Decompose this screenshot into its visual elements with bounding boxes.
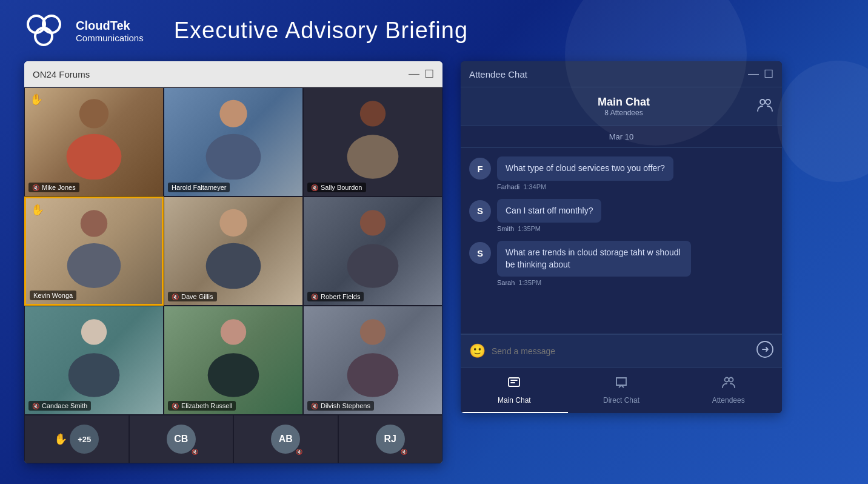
direct-chat-tab-icon — [614, 375, 629, 394]
svg-point-3 — [79, 99, 109, 128]
name-tag-mike-jones: 🔇 Mike Jones — [28, 183, 79, 192]
mute-icon-robert: 🔇 — [311, 294, 318, 300]
video-cell-sally[interactable]: 🔇 Sally Bourdon — [303, 87, 442, 197]
msg-avatar-s2: S — [469, 242, 491, 264]
msg-avatar-f: F — [469, 158, 491, 180]
msg-bubble-2: Can I start off monthly? — [497, 199, 601, 223]
chat-message-3: S What are trends in cloud storage taht … — [469, 241, 773, 286]
svg-point-20 — [347, 353, 399, 397]
emoji-button[interactable]: 🙂 — [469, 343, 486, 359]
svg-point-22 — [766, 99, 770, 104]
mute-icon: 🔇 — [32, 184, 39, 191]
name-tag-harold: Harold Faltameyer — [168, 183, 230, 192]
brand-text: CloudTek Communications — [76, 18, 144, 43]
send-button[interactable] — [756, 341, 773, 361]
mute-icon-dilvish: 🔇 — [311, 403, 318, 409]
avatar-cell-overflow[interactable]: ✋ +25 — [24, 415, 129, 463]
mute-icon-dave: 🔇 — [172, 294, 179, 300]
svg-point-8 — [347, 135, 399, 179]
attendee-count: 8 Attendees — [598, 109, 650, 117]
svg-point-21 — [760, 99, 765, 104]
msg-bubble-1: What type of cloud services two you offe… — [497, 156, 673, 181]
svg-point-9 — [81, 210, 107, 237]
chat-window-controls: — ☐ — [748, 67, 773, 81]
svg-point-14 — [347, 244, 399, 288]
svg-point-7 — [360, 101, 386, 126]
date-divider: Mar 10 — [461, 126, 782, 148]
attendees-tab-icon — [721, 375, 736, 394]
msg-meta-2: Smith 1:35PM — [497, 225, 601, 232]
video-cell-elizabeth[interactable]: 🔇 Elizabeth Russell — [164, 306, 303, 415]
msg-time-3: 1:35PM — [518, 279, 541, 286]
name-tag-dave: 🔇 Dave Gillis — [168, 292, 217, 301]
chat-message-2: S Can I start off monthly? Smith 1:35PM — [469, 199, 773, 233]
name-tag-elizabeth: 🔇 Elizabeth Russell — [168, 401, 236, 411]
chat-messages: F What type of cloud services two you of… — [461, 148, 782, 334]
message-input[interactable] — [492, 346, 750, 356]
msg-content-2: Can I start off monthly? Smith 1:35PM — [497, 199, 601, 233]
msg-author-1: Farhadi — [497, 183, 519, 190]
svg-point-26 — [729, 378, 733, 382]
svg-point-18 — [208, 353, 259, 397]
hand-raised-kevin: ✋ — [31, 203, 44, 217]
name-tag-sally: 🔇 Sally Bourdon — [307, 183, 366, 192]
svg-point-10 — [67, 243, 121, 288]
chat-message-1: F What type of cloud services two you of… — [469, 156, 773, 190]
maximize-button[interactable]: ☐ — [424, 67, 434, 81]
mute-icon-elizabeth: 🔇 — [172, 403, 179, 409]
avatar-row: ✋ +25 CB 🔇 AB 🔇 RJ 🔇 — [24, 415, 442, 463]
avatar-cell-cb[interactable]: CB 🔇 — [129, 415, 234, 463]
header: CloudTek Communications Executive Adviso… — [0, 0, 868, 61]
attendees-icon[interactable] — [756, 96, 773, 117]
video-cell-mike-jones[interactable]: ✋ 🔇 Mike Jones — [24, 87, 164, 197]
msg-meta-3: Sarah 1:35PM — [497, 279, 691, 286]
video-cell-harold[interactable]: Harold Faltameyer — [164, 87, 303, 197]
video-cell-robert[interactable]: 🔇 Robert Fields — [303, 197, 442, 306]
minimize-button[interactable]: — — [409, 67, 419, 81]
person-silhouette-3 — [304, 88, 442, 180]
chat-minimize-button[interactable]: — — [748, 67, 759, 81]
avatar-cell-rj[interactable]: RJ 🔇 — [338, 415, 443, 463]
forums-panel: ON24 Forums — ☐ ✋ 🔇 Mike Jones — [24, 61, 442, 463]
avatar-cell-ab[interactable]: AB 🔇 — [233, 415, 338, 463]
person-silhouette-7 — [25, 306, 163, 398]
msg-content-3: What are trends in cloud storage taht w … — [497, 241, 691, 286]
video-cell-kevin[interactable]: ✋ Kevin Wonga — [24, 197, 164, 306]
name-tag-robert: 🔇 Robert Fields — [307, 292, 364, 301]
video-cell-candace[interactable]: 🔇 Candace Smith — [24, 306, 164, 415]
tab-direct-chat[interactable]: Direct Chat — [568, 368, 675, 413]
svg-point-25 — [724, 378, 729, 382]
svg-point-11 — [219, 209, 247, 237]
person-silhouette-5 — [164, 197, 302, 289]
person-silhouette-4 — [26, 198, 162, 288]
svg-point-4 — [67, 134, 122, 180]
msg-time-1: 1:34PM — [523, 183, 546, 190]
mute-icon-candace: 🔇 — [32, 403, 39, 409]
video-cell-dave[interactable]: 🔇 Dave Gillis — [164, 197, 303, 306]
chat-input-area[interactable]: 🙂 — [461, 334, 782, 368]
window-controls: — ☐ — [409, 67, 434, 81]
hand-raised-icon: ✋ — [30, 93, 43, 106]
msg-bubble-3: What are trends in cloud storage taht w … — [497, 241, 691, 277]
chat-maximize-button[interactable]: ☐ — [764, 67, 773, 81]
person-silhouette-6 — [304, 197, 442, 289]
chat-titlebar: Attendee Chat — ☐ — [461, 61, 782, 87]
main-chat-tab-icon — [507, 375, 521, 394]
tab-main-chat[interactable]: Main Chat — [461, 368, 568, 413]
video-cell-dilvish[interactable]: 🔇 Dilvish Stephens — [303, 306, 442, 415]
chat-header: Main Chat 8 Attendees — [461, 87, 782, 126]
tab-attendees[interactable]: Attendees — [675, 368, 782, 413]
meeting-title: Executive Advisory Briefing — [174, 18, 468, 44]
svg-point-19 — [360, 319, 386, 345]
svg-point-15 — [81, 319, 107, 345]
person-silhouette-2 — [164, 88, 302, 180]
chat-panel-title: Attendee Chat — [469, 69, 527, 79]
person-silhouette-8 — [164, 306, 302, 398]
svg-point-16 — [68, 353, 120, 397]
brand-name: CloudTek — [76, 18, 144, 33]
chat-header-center: Main Chat 8 Attendees — [598, 96, 650, 117]
mute-icon-sally: 🔇 — [311, 184, 318, 191]
tab-attendees-label: Attendees — [712, 396, 745, 405]
forums-title: ON24 Forums — [33, 69, 90, 79]
main-content: ON24 Forums — ☐ ✋ 🔇 Mike Jones — [0, 61, 868, 472]
